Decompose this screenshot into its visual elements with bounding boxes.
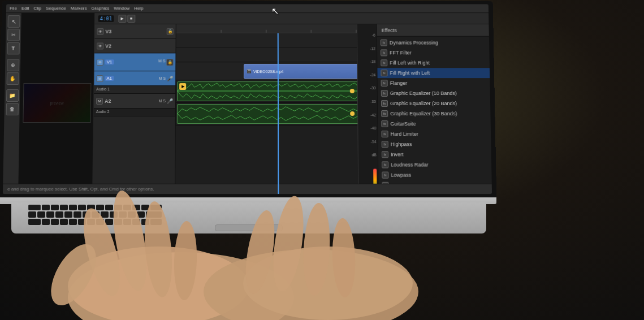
trackpad[interactable] xyxy=(215,224,283,231)
effect-loudness-radar[interactable]: fx Loudness Radar xyxy=(378,159,491,170)
key-f4[interactable] xyxy=(69,205,77,210)
key-3[interactable] xyxy=(55,211,63,218)
key-f9[interactable] xyxy=(114,205,122,210)
stop-btn[interactable]: ■ xyxy=(127,15,135,23)
v1-s-btn[interactable]: S xyxy=(163,59,166,66)
effect-name-eq10: Graphic Equalizer (10 Bands) xyxy=(390,90,457,96)
a2-waveform xyxy=(177,104,358,124)
key-6[interactable] xyxy=(83,211,90,218)
effect-graphic-eq-30[interactable]: fx Graphic Equalizer (30 Bands) xyxy=(378,109,490,119)
app-menu-item[interactable]: Graphics xyxy=(91,6,109,11)
effect-graphic-eq-10[interactable]: fx Graphic Equalizer (10 Bands) xyxy=(378,88,490,98)
effect-dynamics-processing[interactable]: fx Dynamics Processing xyxy=(377,38,489,48)
key-minus[interactable] xyxy=(128,211,136,218)
key-9[interactable] xyxy=(110,211,118,218)
effect-fill-left-right[interactable]: fx Fill Left with Right xyxy=(377,58,490,68)
hand-tool[interactable]: ✋ xyxy=(6,72,19,85)
app-menu-item[interactable]: Markers xyxy=(71,6,87,11)
key-rbracket[interactable] xyxy=(141,219,149,225)
key-8[interactable] xyxy=(101,211,109,218)
key-o[interactable] xyxy=(114,219,122,225)
razor-tool[interactable]: ✂ xyxy=(7,29,20,41)
video-clip[interactable]: 🎬 VIDEO02S8.mp4 xyxy=(244,64,358,79)
effect-icon: fx xyxy=(382,131,388,137)
key-f10[interactable] xyxy=(123,205,131,210)
key-u[interactable] xyxy=(96,219,104,225)
key-2[interactable] xyxy=(46,211,54,218)
a1-m-btn[interactable]: M xyxy=(159,76,162,80)
app-menu-item[interactable]: Clip xyxy=(33,6,41,11)
key-backslash[interactable] xyxy=(150,219,162,225)
key-lbracket[interactable] xyxy=(132,219,140,225)
key-e[interactable] xyxy=(60,219,68,225)
v2-visibility[interactable]: 👁 xyxy=(97,42,103,49)
effect-name-guitarsuite: GuitarSuite xyxy=(390,121,416,127)
effect-highpass[interactable]: fx Highpass xyxy=(378,139,491,149)
key-f6[interactable] xyxy=(87,205,95,210)
effect-hard-limiter[interactable]: fx Hard Limiter xyxy=(378,129,491,139)
app-menu-item[interactable]: Window xyxy=(114,6,129,11)
effect-guitarsuite[interactable]: fx GuitarSuite xyxy=(378,119,491,129)
a1-s-btn[interactable]: S xyxy=(163,76,166,80)
v1-label: V1 xyxy=(105,59,114,64)
timeline-tracks[interactable]: 🎬 VIDEO02S8.mp4 xyxy=(175,24,358,194)
key-tab[interactable] xyxy=(28,219,41,225)
key-r[interactable] xyxy=(69,219,77,225)
v1-m-btn[interactable]: M xyxy=(158,59,162,66)
a1-visibility[interactable]: M xyxy=(96,75,103,82)
key-equals[interactable] xyxy=(137,211,145,218)
effect-lowpass[interactable]: fx Lowpass xyxy=(378,170,491,180)
key-w[interactable] xyxy=(51,219,59,225)
key-i[interactable] xyxy=(105,219,113,225)
key-f1[interactable] xyxy=(42,205,50,210)
app-menu-item[interactable]: Help xyxy=(134,6,143,11)
key-delete[interactable] xyxy=(146,211,162,218)
key-0[interactable] xyxy=(119,211,127,218)
a2-s-btn[interactable]: S xyxy=(163,99,166,103)
effect-invert[interactable]: fx Invert xyxy=(378,149,491,159)
app-menu-item[interactable]: File xyxy=(10,6,17,11)
v1-lock[interactable]: 🔒 xyxy=(166,59,173,66)
key-f5[interactable] xyxy=(78,205,86,210)
key-f11[interactable] xyxy=(132,205,140,210)
effect-icon: fx xyxy=(381,120,388,127)
key-power[interactable] xyxy=(150,205,162,210)
folder-tool[interactable]: 📁 xyxy=(6,89,19,102)
key-q[interactable] xyxy=(42,219,50,225)
app-menu-item[interactable]: Sequence xyxy=(46,6,66,11)
key-4[interactable] xyxy=(64,211,72,218)
key-t[interactable] xyxy=(78,219,86,225)
zoom-tool[interactable]: ⊕ xyxy=(7,59,19,71)
effect-fill-right-left[interactable]: fx Fill Right with Left xyxy=(377,68,490,78)
v1-visibility[interactable]: 👁 xyxy=(97,59,103,66)
a2-m-btn[interactable]: M xyxy=(158,99,162,103)
key-1[interactable] xyxy=(37,211,45,218)
key-f8[interactable] xyxy=(105,205,113,210)
text-tool[interactable]: T xyxy=(7,42,19,55)
key-f3[interactable] xyxy=(60,205,68,210)
key-f2[interactable] xyxy=(51,205,59,210)
v3-lock[interactable]: 🔒 xyxy=(167,28,174,34)
delete-tool[interactable]: 🗑 xyxy=(6,103,18,115)
play-btn[interactable]: ▶ xyxy=(118,15,126,23)
app-menu-item[interactable]: Edit xyxy=(21,6,29,11)
key-backtick[interactable] xyxy=(28,211,36,218)
v1-track-header: 👁 V1 M S 🔒 xyxy=(94,53,176,71)
select-tool[interactable]: ↖ xyxy=(7,15,20,28)
key-5[interactable] xyxy=(74,211,81,218)
effect-fft-filter[interactable]: fx FFT Filter xyxy=(377,47,490,58)
effect-flanger[interactable]: fx Flanger xyxy=(378,78,490,88)
key-esc[interactable] xyxy=(28,205,41,210)
effect-graphic-eq-20[interactable]: fx Graphic Equalizer (20 Bands) xyxy=(378,98,490,109)
timeline-ruler xyxy=(176,24,357,33)
effect-icon: fx xyxy=(381,59,387,66)
key-f12[interactable] xyxy=(141,205,149,210)
waveform-svg-a2 xyxy=(178,105,358,123)
key-f7[interactable] xyxy=(96,205,104,210)
v3-visibility[interactable]: 👁 xyxy=(97,28,103,34)
key-y[interactable] xyxy=(87,219,95,225)
key-7[interactable] xyxy=(92,211,100,218)
scene-container: File Edit Clip Sequence Markers Graphics… xyxy=(0,0,644,320)
key-p[interactable] xyxy=(123,219,131,225)
a2-visibility[interactable]: M xyxy=(96,98,103,105)
